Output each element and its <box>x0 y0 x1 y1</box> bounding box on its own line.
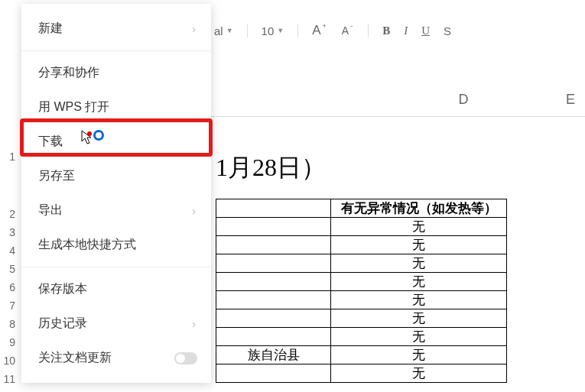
chevron-right-icon: › <box>192 205 196 217</box>
cell-value[interactable]: 无 <box>331 346 507 364</box>
cell-value[interactable]: 无 <box>331 218 507 236</box>
strikethrough-button[interactable]: S <box>444 24 451 37</box>
menu-divider <box>21 50 211 51</box>
menu-item-share[interactable]: 分享和协作 <box>21 56 211 90</box>
font-family-partial: al <box>214 24 223 37</box>
menu-label: 导出 <box>38 202 63 219</box>
row-header[interactable]: 6 <box>0 278 18 296</box>
decrease-font-button[interactable]: A- <box>342 24 354 37</box>
row-header[interactable]: 1 <box>0 149 18 205</box>
row-header[interactable]: 7 <box>0 296 18 315</box>
separator <box>368 24 369 37</box>
row-header[interactable]: 9 <box>0 333 18 352</box>
cell-value[interactable]: 无 <box>331 291 507 309</box>
cell-value[interactable]: 无 <box>331 254 507 273</box>
chevron-right-icon: › <box>192 23 196 35</box>
menu-label: 生成本地快捷方式 <box>38 237 136 253</box>
grid-line <box>211 116 585 117</box>
chevron-right-icon: › <box>192 318 196 330</box>
menu-label: 另存至 <box>38 168 75 184</box>
cell-value[interactable]: 无 <box>331 309 507 328</box>
separator <box>247 24 248 37</box>
file-menu-dropdown: 新建 › 分享和协作 用 WPS 打开 下载 另存至 导出 › 生成本地快捷方式… <box>21 4 211 383</box>
table-row: 无 <box>216 254 507 273</box>
menu-label: 新建 <box>38 21 63 37</box>
cell-col1-fragment[interactable]: 族自治县 <box>216 346 331 364</box>
menu-divider <box>21 267 211 267</box>
formatting-toolbar: al ▼ 10 ▼ A+ A- B I U S <box>214 15 585 46</box>
table-row: 无 <box>216 236 507 254</box>
row-header[interactable]: 5 <box>0 260 18 278</box>
menu-item-history[interactable]: 历史记录 › <box>21 306 211 341</box>
cell-value[interactable]: 无 <box>331 328 507 346</box>
italic-button[interactable]: I <box>404 24 408 37</box>
cell-value[interactable]: 无 <box>331 364 507 383</box>
increase-font-button[interactable]: A+ <box>312 23 328 38</box>
row-header[interactable]: 11 <box>0 370 18 388</box>
row-header[interactable]: 4 <box>0 241 18 260</box>
cell-value[interactable]: 无 <box>331 236 507 254</box>
menu-label: 历史记录 <box>38 316 87 332</box>
table-row: 无 <box>216 291 507 309</box>
row-header-gutter: 1 2 3 4 5 6 7 8 9 10 11 <box>0 149 18 388</box>
font-size-value: 10 <box>262 24 275 37</box>
menu-item-new[interactable]: 新建 › <box>21 11 211 46</box>
font-size-dropdown[interactable]: 10 ▼ <box>262 24 284 37</box>
separator <box>297 24 298 37</box>
table-row: 族自治县无 <box>216 346 507 364</box>
menu-item-save-as[interactable]: 另存至 <box>21 159 211 193</box>
row-header[interactable]: 3 <box>0 223 18 241</box>
font-family-dropdown[interactable]: al ▼ <box>214 24 233 37</box>
table-row: 无 <box>216 328 507 346</box>
table-row: 无 <box>216 364 507 383</box>
title-cell-fragment[interactable]: 1月28日） <box>216 151 326 185</box>
menu-label: 保存版本 <box>38 281 87 297</box>
menu-label: 分享和协作 <box>38 65 99 81</box>
menu-item-save-version[interactable]: 保存版本 <box>21 272 211 306</box>
underline-button[interactable]: U <box>421 24 430 37</box>
table-header-col1 <box>216 199 331 218</box>
table-row: 无 <box>216 273 507 291</box>
table-header-col2: 有无异常情况（如发热等） <box>331 199 507 218</box>
column-header-e[interactable]: E <box>540 84 585 115</box>
caret-down-icon: ▼ <box>277 27 284 34</box>
menu-item-download[interactable]: 下载 <box>21 125 211 159</box>
row-header[interactable]: 2 <box>0 205 18 223</box>
column-header-d[interactable]: D <box>418 84 509 115</box>
toggle-switch[interactable] <box>174 352 197 364</box>
row-header[interactable]: 10 <box>0 352 18 370</box>
table-row: 无 <box>216 309 507 328</box>
menu-item-export[interactable]: 导出 › <box>21 193 211 228</box>
table-row: 无 <box>216 218 507 236</box>
menu-item-create-shortcut[interactable]: 生成本地快捷方式 <box>21 228 211 262</box>
menu-label: 用 WPS 打开 <box>38 99 109 115</box>
data-table: 有无异常情况（如发热等） 无 无 无 无 无 无 无 族自治县无 无 <box>216 199 507 383</box>
menu-label: 下载 <box>38 134 63 150</box>
menu-label: 关注文档更新 <box>38 350 112 366</box>
menu-item-open-wps[interactable]: 用 WPS 打开 <box>21 90 211 125</box>
menu-item-follow-updates[interactable]: 关注文档更新 <box>21 341 211 375</box>
bold-button[interactable]: B <box>382 24 390 37</box>
row-header[interactable]: 8 <box>0 315 18 333</box>
cell-value[interactable]: 无 <box>331 273 507 291</box>
caret-down-icon: ▼ <box>226 27 233 34</box>
